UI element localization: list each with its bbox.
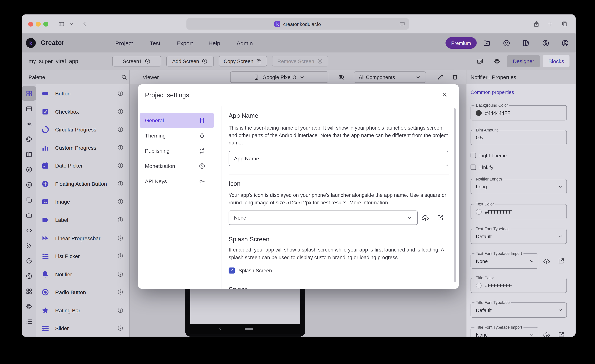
tab-overview-icon[interactable] <box>561 21 568 27</box>
phone-back-button[interactable]: ‹ <box>219 325 221 331</box>
field-title-color[interactable]: Title Color #FFFFFFFF <box>470 278 567 293</box>
palette-component-checkbox[interactable]: Checkbox <box>36 103 129 120</box>
premium-button[interactable]: Premium <box>446 37 477 49</box>
info-icon[interactable] <box>117 90 124 96</box>
category-visible-components[interactable] <box>22 86 36 101</box>
category-experimental[interactable] <box>22 117 36 131</box>
assets-icon[interactable] <box>476 57 483 65</box>
more-information-link[interactable]: More information <box>349 200 388 205</box>
kodular-logo[interactable]: k <box>26 38 36 48</box>
library-icon[interactable] <box>522 39 530 47</box>
checkbox-unchecked[interactable] <box>470 153 476 158</box>
zoom-window-button[interactable] <box>43 21 48 26</box>
splash-checkbox-row[interactable]: ✓ Splash Screen <box>229 268 272 274</box>
info-icon[interactable] <box>117 271 124 277</box>
linkify-checkbox-row[interactable]: Linkify <box>470 164 493 170</box>
info-icon[interactable] <box>117 180 124 187</box>
settings-nav-general[interactable]: General <box>140 113 214 128</box>
palette-component-list-picker[interactable]: List Picker <box>36 247 129 265</box>
upload-font-icon[interactable] <box>543 257 550 265</box>
field-text-color[interactable]: Text Color #FFFFFFFF <box>470 204 567 219</box>
common-properties-link[interactable]: Common properties <box>470 89 514 95</box>
info-icon[interactable] <box>117 162 124 169</box>
open-font-icon[interactable] <box>557 257 565 265</box>
community-icon[interactable] <box>503 39 510 47</box>
nav-item-project[interactable]: Project <box>115 34 133 52</box>
settings-nav-theming[interactable]: Theming <box>140 128 214 143</box>
category-advanced[interactable] <box>22 299 36 314</box>
account-icon[interactable] <box>561 39 569 47</box>
monitor-icon[interactable] <box>399 21 405 27</box>
icon-select[interactable]: None <box>229 211 418 225</box>
field-dim-amount[interactable]: Dim Amount 0.5 <box>470 130 567 145</box>
delete-component-icon[interactable] <box>452 74 458 80</box>
new-tab-icon[interactable] <box>547 21 553 27</box>
edit-screen-icon[interactable] <box>437 74 444 80</box>
nav-item-export[interactable]: Export <box>177 34 193 52</box>
category-pages[interactable] <box>22 193 36 207</box>
category-social[interactable] <box>22 178 36 192</box>
category-storage[interactable] <box>22 208 36 222</box>
checkbox-checked[interactable]: ✓ <box>229 268 235 274</box>
info-icon[interactable] <box>117 325 124 331</box>
category-utilities[interactable] <box>22 223 36 238</box>
back-button[interactable] <box>81 21 88 27</box>
info-icon[interactable] <box>117 144 124 151</box>
category-connectivity[interactable] <box>22 238 36 253</box>
category-extensions[interactable] <box>22 284 36 298</box>
earnings-icon[interactable] <box>542 39 550 47</box>
palette-component-image[interactable]: Image <box>36 193 129 211</box>
sidebar-toggle-icon[interactable] <box>58 21 65 27</box>
settings-nav-publishing[interactable]: Publishing <box>140 143 214 158</box>
info-icon[interactable] <box>117 235 124 241</box>
close-window-button[interactable] <box>28 21 33 26</box>
palette-component-date-picker[interactable]: Date Picker <box>36 157 129 174</box>
nav-item-help[interactable]: Help <box>209 34 220 52</box>
info-icon[interactable] <box>117 253 124 259</box>
info-icon[interactable] <box>117 307 124 314</box>
palette-component-circular-progress[interactable]: Circular Progress <box>36 120 129 138</box>
components-filter[interactable]: All Components <box>354 71 426 83</box>
info-icon[interactable] <box>117 217 124 223</box>
settings-nav-api-keys[interactable]: API Keys <box>140 174 214 189</box>
designer-tab[interactable]: Designer <box>507 55 540 67</box>
field-text-font-typeface[interactable]: Text Font Typeface Default <box>470 229 567 244</box>
open-icon-button[interactable] <box>436 213 444 222</box>
palette-component-custom-progress[interactable]: Custom Progress <box>36 139 129 157</box>
phone-home-indicator[interactable] <box>245 328 253 330</box>
device-selector[interactable]: Google Pixel 3 <box>230 71 328 83</box>
upload-icon-button[interactable] <box>421 213 430 222</box>
app-name-input[interactable] <box>229 151 448 166</box>
project-settings-gear-icon[interactable] <box>493 57 501 65</box>
blocks-tab[interactable]: Blocks <box>543 55 570 67</box>
checkbox-unchecked[interactable] <box>470 165 476 170</box>
category-maps[interactable] <box>22 147 36 162</box>
settings-nav-monetization[interactable]: Monetization <box>140 158 214 174</box>
remove-screen-button[interactable]: Remove Screen <box>272 56 328 67</box>
info-icon[interactable] <box>117 108 124 115</box>
palette-component-fab[interactable]: Floating Action Button <box>36 175 129 193</box>
phone-screen[interactable] <box>190 288 300 324</box>
screen-selector-button[interactable]: Screen1 <box>112 56 161 67</box>
share-icon[interactable] <box>533 21 540 27</box>
upload-font-icon[interactable] <box>543 331 550 337</box>
nav-item-test[interactable]: Test <box>150 34 160 52</box>
field-background-color[interactable]: Background Color #444444FF <box>470 105 567 120</box>
palette-component-label[interactable]: Label <box>36 211 129 229</box>
palette-component-linear-progressbar[interactable]: Linear Progressbar <box>36 229 129 247</box>
category-google[interactable] <box>22 253 36 268</box>
category-sensors[interactable] <box>22 162 36 177</box>
chevron-down-icon[interactable] <box>69 22 74 26</box>
info-icon[interactable] <box>117 198 124 205</box>
palette-component-slider[interactable]: Slider <box>36 319 129 337</box>
category-monetization[interactable] <box>22 268 36 283</box>
field-text-font-import[interactable]: Text Font Typeface Import None <box>470 253 538 268</box>
category-lists[interactable] <box>22 314 36 329</box>
category-layout[interactable] <box>22 101 36 116</box>
field-title-font-typeface[interactable]: Title Font Typeface Default <box>470 302 567 318</box>
field-title-font-import[interactable]: Title Font Typeface Import None <box>470 327 538 337</box>
field-notifier-length[interactable]: Notifier Length Long <box>470 179 567 194</box>
info-icon[interactable] <box>117 126 124 133</box>
copy-screen-button[interactable]: Copy Screen <box>219 56 267 67</box>
modal-scrollbar[interactable] <box>454 108 456 282</box>
